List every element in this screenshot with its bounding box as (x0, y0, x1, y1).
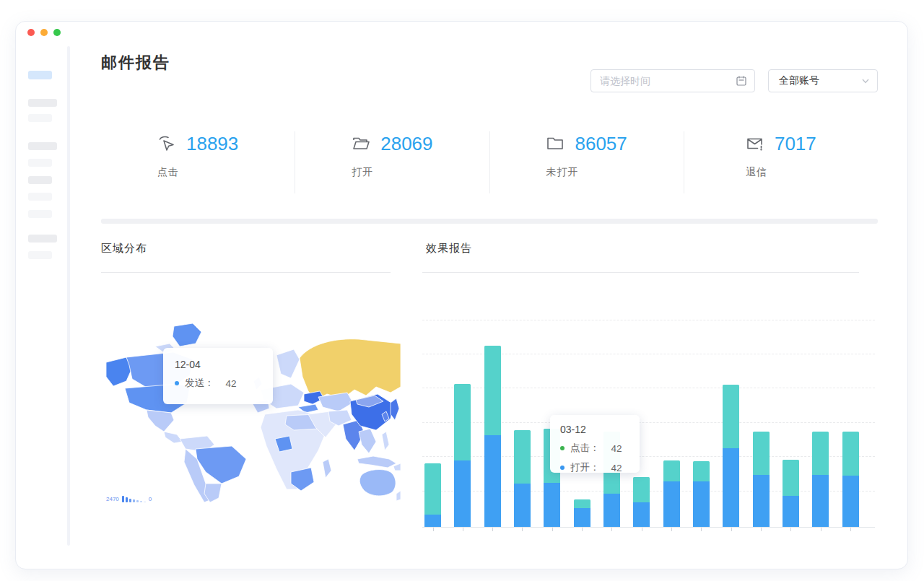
stacked-bar[interactable] (454, 384, 471, 527)
effect-card-divider (422, 272, 859, 273)
sidebar-skeleton-item (28, 193, 52, 201)
section-separator (101, 219, 878, 224)
bar-segment-open[interactable] (723, 448, 739, 528)
folder-closed-icon (546, 134, 565, 153)
page-title: 邮件报告 (101, 52, 170, 74)
bar-segment-open[interactable] (484, 435, 501, 527)
bar-segment-click[interactable] (842, 432, 859, 476)
stat-unopened-label: 未打开 (546, 166, 578, 179)
x-axis-tick (611, 528, 612, 531)
chart-tooltip-row-open: 打开： 42 (560, 461, 629, 474)
window-minimize-button[interactable] (40, 29, 48, 36)
stacked-bar[interactable] (842, 432, 859, 527)
series-dot (560, 446, 565, 450)
bar-segment-click[interactable] (753, 432, 770, 475)
stacked-bar[interactable] (633, 477, 650, 527)
bar-segment-click[interactable] (514, 430, 531, 483)
stacked-bar[interactable] (812, 432, 829, 527)
map-legend-max: 2470 (106, 496, 119, 502)
map-legend-min: 0 (149, 496, 152, 502)
map-legend-bar (129, 499, 131, 502)
map-legend-bar (140, 501, 142, 502)
calendar-icon[interactable] (736, 75, 747, 87)
bar-segment-open[interactable] (693, 481, 710, 528)
bar-segment-click[interactable] (693, 461, 710, 481)
series-dot (175, 381, 179, 385)
bar-segment-open[interactable] (514, 484, 531, 527)
chart-tooltip-label: 点击： (570, 442, 600, 455)
stacked-bar[interactable] (723, 385, 739, 527)
x-axis-tick (433, 528, 434, 531)
stat-unopened-value: 86057 (575, 133, 627, 155)
x-axis-tick (701, 528, 702, 531)
x-axis-tick (850, 528, 851, 531)
bar-segment-open[interactable] (753, 475, 770, 527)
stacked-bar[interactable] (783, 460, 799, 527)
chart-tooltip: 03-12 点击： 42 打开： 42 (550, 415, 640, 473)
x-axis-tick (552, 528, 553, 531)
stat-clicks-value: 18893 (186, 133, 238, 155)
date-input[interactable] (600, 75, 736, 87)
chevron-down-icon (861, 77, 870, 85)
bar-segment-click[interactable] (663, 460, 680, 481)
window-close-button[interactable] (27, 29, 35, 36)
map-legend: 2470 0 (105, 495, 153, 502)
stacked-bar[interactable] (424, 463, 441, 527)
map-tooltip-date: 12-04 (175, 359, 261, 370)
account-select[interactable]: 全部账号 (768, 69, 878, 92)
bar-segment-click[interactable] (783, 460, 799, 496)
bar-segment-click[interactable] (424, 463, 441, 514)
sidebar-skeleton-item (28, 210, 52, 218)
x-axis-tick (671, 528, 672, 531)
stat-clicks: 18893 点击 (101, 131, 295, 193)
window-maximize-button[interactable] (53, 29, 61, 36)
stat-bounced: 7017 退信 (684, 131, 878, 193)
x-axis-tick (463, 528, 463, 531)
x-axis-tick (492, 528, 493, 531)
x-axis-tick (821, 528, 821, 531)
bar-segment-click[interactable] (812, 432, 829, 475)
map-legend-bar (144, 502, 146, 502)
stacked-bar[interactable] (484, 346, 501, 527)
bar-segment-open[interactable] (574, 508, 590, 527)
stacked-bar[interactable] (514, 430, 531, 527)
app-window: 邮件报告 全部账号 (15, 21, 908, 569)
stacked-bar[interactable] (693, 461, 710, 527)
stats-row: 18893 点击 28069 打开 (101, 131, 878, 193)
folder-open-icon (352, 134, 370, 153)
sidebar-skeleton-item (28, 142, 57, 150)
bar-segment-click[interactable] (723, 385, 739, 448)
click-icon (157, 134, 176, 153)
x-axis-tick (761, 528, 762, 531)
chart-tooltip-value: 42 (611, 443, 622, 454)
bar-segment-click[interactable] (484, 346, 501, 435)
sidebar-item-active[interactable] (28, 71, 52, 79)
effect-bar-chart[interactable] (422, 281, 875, 536)
world-map[interactable] (105, 318, 401, 504)
stacked-bar[interactable] (574, 499, 590, 527)
stat-opened: 28069 打开 (295, 131, 489, 193)
bar-segment-click[interactable] (633, 477, 650, 502)
chart-tooltip-value: 42 (611, 463, 622, 473)
bar-segment-open[interactable] (842, 476, 859, 527)
bar-segment-open[interactable] (633, 502, 650, 527)
bar-segment-open[interactable] (544, 483, 560, 527)
mail-bounce-icon (746, 134, 764, 153)
bar-segment-click[interactable] (574, 499, 590, 508)
sidebar-divider (67, 46, 70, 546)
bar-segment-open[interactable] (603, 494, 620, 527)
bar-segment-click[interactable] (454, 384, 471, 460)
bar-segment-open[interactable] (424, 515, 441, 528)
bar-segment-open[interactable] (783, 496, 799, 527)
bar-segment-open[interactable] (663, 481, 680, 528)
stacked-bar[interactable] (753, 432, 770, 527)
date-range-picker[interactable] (590, 69, 755, 92)
stacked-bar[interactable] (663, 460, 680, 527)
bar-segment-open[interactable] (812, 475, 829, 527)
x-axis-line (422, 527, 875, 528)
map-tooltip: 12-04 发送： 42 (163, 348, 273, 404)
bar-segment-open[interactable] (454, 460, 471, 527)
map-tooltip-value: 42 (226, 378, 237, 389)
map-tooltip-row: 发送： 42 (175, 377, 261, 390)
stat-bounced-value: 7017 (775, 133, 816, 155)
